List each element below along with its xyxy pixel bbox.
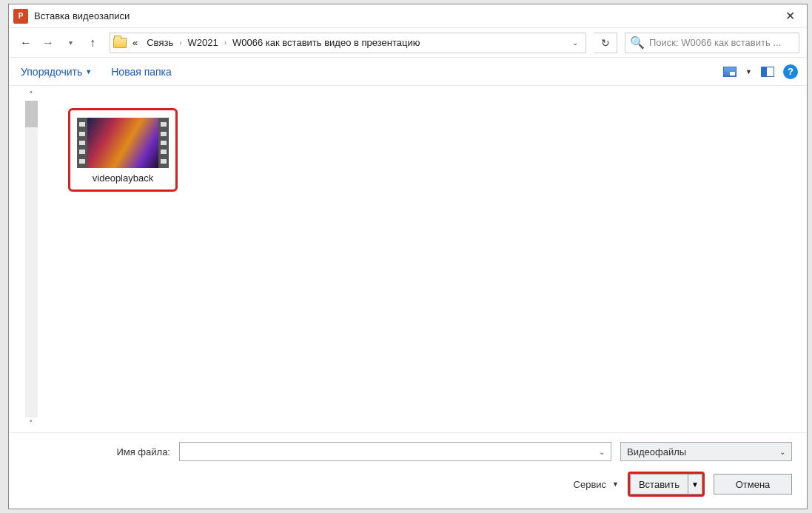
organize-label: Упорядочить [21,66,82,78]
film-strip-icon [77,118,87,168]
insert-button[interactable]: Вставить [630,474,688,494]
action-row: Сервис ▼ Вставить ▼ Отмена [24,472,792,497]
insert-button-group: Вставить ▼ [628,472,705,497]
video-thumbnail [77,118,169,168]
up-button[interactable]: ↑ [83,33,102,53]
dialog-title: Вставка видеозаписи [34,10,130,21]
service-label: Сервис [574,479,607,490]
view-mode-button[interactable] [722,64,738,80]
chevron-down-icon: ⌄ [779,448,785,456]
navigation-row: ← → ▾ ↑ « Связь › W2021 › W0066 как вста… [9,28,807,58]
chevron-right-icon[interactable]: › [179,38,181,47]
file-item-videoplayback[interactable]: videoplayback [68,108,178,192]
filename-label: Имя файла: [116,446,170,457]
search-placeholder: Поиск: W0066 как вставить ... [649,37,794,48]
chevron-down-icon: ▼ [612,480,619,488]
breadcrumb-prefix: « [130,37,141,48]
preview-pane-button[interactable] [759,64,776,80]
filename-row: Имя файла: ⌄ Видеофайлы ⌄ [24,442,792,461]
file-list[interactable]: videoplayback [53,86,807,432]
search-input[interactable]: 🔍 Поиск: W0066 как вставить ... [625,33,799,53]
filename-input[interactable]: ⌄ [179,442,611,461]
address-dropdown[interactable]: ⌄ [568,38,583,47]
file-type-filter[interactable]: Видеофайлы ⌄ [620,442,792,461]
left-scrollbar[interactable]: ˄ ˅ [9,86,53,432]
film-strip-icon [158,118,169,168]
refresh-button[interactable]: ↻ [594,33,617,53]
filter-label: Видеофайлы [627,446,686,457]
close-button[interactable]: ✕ [773,4,807,28]
bottom-panel: Имя файла: ⌄ Видеофайлы ⌄ Сервис ▼ Встав… [9,432,807,509]
scroll-thumb[interactable] [25,101,38,127]
file-name-label: videoplayback [93,172,153,184]
recent-dropdown[interactable]: ▾ [61,33,80,53]
new-folder-button[interactable]: Новая папка [111,66,172,78]
scroll-track[interactable] [25,101,38,418]
breadcrumb-item-2[interactable]: W0066 как вставить видео в презентацию [229,37,423,48]
powerpoint-icon [13,9,28,24]
insert-dropdown[interactable]: ▼ [688,474,702,494]
title-bar: Вставка видеозаписи ✕ [9,4,807,28]
insert-video-dialog: Вставка видеозаписи ✕ ← → ▾ ↑ « Связь › … [8,4,808,509]
view-controls: ▼ ? [722,64,798,80]
cancel-button[interactable]: Отмена [714,474,792,494]
new-folder-label: Новая папка [111,66,172,78]
picture-icon [723,67,736,77]
scroll-up-icon[interactable]: ˄ [29,89,33,101]
back-button[interactable]: ← [16,33,36,53]
help-button[interactable]: ? [783,64,798,79]
service-menu[interactable]: Сервис ▼ [574,479,619,490]
chevron-down-icon[interactable]: ▼ [745,68,752,76]
chevron-down-icon[interactable]: ⌄ [596,448,608,456]
pane-icon [761,67,774,77]
organize-menu[interactable]: Упорядочить ▼ [21,66,92,78]
chevron-right-icon[interactable]: › [224,38,227,47]
search-icon: 🔍 [630,36,645,50]
content-area: ˄ ˅ videoplayback [9,86,807,432]
address-bar[interactable]: « Связь › W2021 › W0066 как вставить вид… [110,33,586,53]
scroll-down-icon[interactable]: ˅ [29,418,33,429]
toolbar: Упорядочить ▼ Новая папка ▼ ? [9,58,807,86]
breadcrumb-item-1[interactable]: W2021 [185,37,221,48]
chevron-down-icon: ▼ [85,68,92,76]
folder-icon [113,38,127,48]
forward-button[interactable]: → [38,33,58,53]
breadcrumb-item-0[interactable]: Связь [144,37,176,48]
